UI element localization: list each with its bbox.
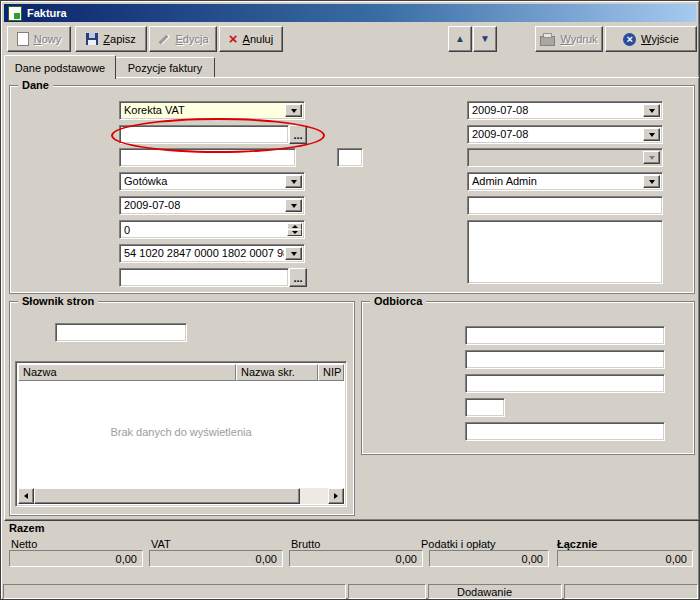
exit-circle-icon: ×: [623, 33, 636, 46]
nr-konta-dropdown-icon[interactable]: [285, 247, 302, 260]
cancel-x-icon: ×: [229, 33, 238, 45]
vat-value: 0,00: [149, 550, 283, 567]
do-faktury-browse-button[interactable]: ...: [289, 125, 307, 144]
tab-dane-podstawowe-label: Dane podstawowe: [15, 62, 106, 74]
lacznie-value: 0,00: [557, 550, 693, 567]
titlebar[interactable]: Faktura: [4, 4, 696, 22]
opis-textarea[interactable]: [467, 220, 663, 284]
data-wystawienia-datepicker[interactable]: 2009-07-08: [467, 101, 663, 120]
wydruk-button[interactable]: Wydruk: [535, 26, 603, 52]
empty-list-message: Brak danych do wyświetlenia: [16, 426, 346, 438]
column-header-nip[interactable]: NIP: [318, 364, 344, 381]
anuluj-button-label: Anuluj: [243, 33, 274, 45]
data-wystawienia-value: 2009-07-08: [472, 104, 642, 117]
horizontal-scrollbar[interactable]: [18, 488, 344, 504]
tab-pozycje-faktury-label: Pozycje faktury: [128, 62, 203, 74]
podatki-value: 0,00: [429, 550, 549, 567]
data-wystawienia-dropdown-icon[interactable]: [643, 104, 660, 117]
wystawil-combobox[interactable]: Admin Admin: [467, 172, 663, 191]
miasto-input[interactable]: [465, 422, 665, 441]
platnik-browse-button[interactable]: ...: [289, 268, 307, 287]
nr-konta-combobox[interactable]: 54 1020 2847 0000 1802 0007 98: [119, 244, 305, 263]
statusbar-mode: Dodawanie: [428, 584, 562, 599]
platnik-input[interactable]: [119, 268, 289, 287]
data-duplikatu-datepicker: [467, 148, 663, 167]
netto-value: 0,00: [9, 550, 143, 567]
nip-input[interactable]: [465, 350, 665, 369]
edycja-button[interactable]: Edycja: [149, 26, 217, 52]
zapisz-button-label: Zapisz: [103, 33, 135, 45]
ilosc-dni-spinner[interactable]: [119, 220, 305, 239]
szukaj-input[interactable]: [55, 323, 187, 342]
arrow-up-icon: ▲: [455, 34, 465, 44]
nowy-button-label: Nowy: [34, 33, 62, 45]
zapisz-button[interactable]: Zapisz: [75, 26, 147, 52]
data-sprzedazy-value: 2009-07-08: [472, 128, 642, 141]
nazwa-firmy-input[interactable]: [465, 326, 665, 345]
odebral-input[interactable]: [467, 196, 663, 215]
numer-input[interactable]: [119, 148, 296, 167]
scroll-left-icon[interactable]: [18, 488, 34, 504]
spin-down-icon[interactable]: [287, 229, 302, 236]
scrollbar-thumb[interactable]: [34, 488, 300, 504]
move-down-button[interactable]: ▼: [473, 26, 497, 52]
forma-platnosci-value: Gotówka: [124, 175, 284, 188]
save-icon: [86, 33, 98, 45]
wystawil-value: Admin Admin: [472, 175, 642, 188]
wystawil-dropdown-icon[interactable]: [643, 175, 660, 188]
termin-platnosci-dropdown-icon[interactable]: [285, 199, 302, 212]
column-header-nazwa-skr[interactable]: Nazwa skr.: [236, 364, 318, 381]
ellipsis-icon: ...: [293, 272, 302, 284]
wydruk-button-label: Wydruk: [560, 33, 597, 45]
parties-list-header: Nazwa Nazwa skr. NIP: [18, 364, 344, 381]
termin-platnosci-value: 2009-07-08: [124, 199, 284, 212]
rodzaj-combobox[interactable]: Korekta VAT: [119, 101, 305, 120]
data-sprzedazy-dropdown-icon[interactable]: [643, 128, 660, 141]
kod-poczt-input[interactable]: [465, 398, 505, 417]
wyjscie-button[interactable]: × Wyjście: [605, 26, 697, 52]
wyjscie-button-label: Wyjście: [641, 33, 679, 45]
column-header-nazwa[interactable]: Nazwa: [18, 364, 236, 381]
data-duplikatu-dropdown-icon: [643, 151, 660, 164]
ulica-input[interactable]: [465, 374, 665, 393]
new-document-icon: [17, 32, 29, 46]
statusbar-panel-2: [348, 584, 426, 599]
statusbar-panel-4: [564, 584, 698, 599]
brutto-value: 0,00: [289, 550, 423, 567]
dane-group-legend: Dane: [18, 79, 53, 92]
printer-icon: [540, 36, 555, 46]
statusbar-panel-1: [3, 584, 346, 599]
faktura-window: Faktura Nowy Zapisz Edycja × Anuluj ▲ ▼ …: [0, 0, 700, 600]
data-sprzedazy-datepicker[interactable]: 2009-07-08: [467, 125, 663, 144]
nr-konta-value: 54 1020 2847 0000 1802 0007 98: [124, 247, 284, 260]
nowy-button[interactable]: Nowy: [7, 26, 71, 52]
move-up-button[interactable]: ▲: [448, 26, 472, 52]
window-title: Faktura: [27, 7, 67, 19]
nr-input[interactable]: [337, 148, 363, 167]
do-faktury-input[interactable]: [119, 125, 289, 144]
edit-pencil-icon: [157, 33, 170, 45]
rodzaj-dropdown-icon[interactable]: [285, 104, 302, 117]
razem-heading: Razem: [9, 522, 44, 535]
app-icon: [8, 6, 22, 21]
ilosc-dni-input[interactable]: [122, 223, 286, 236]
forma-platnosci-dropdown-icon[interactable]: [285, 175, 302, 188]
anuluj-button[interactable]: × Anuluj: [219, 26, 283, 52]
arrow-down-icon: ▼: [480, 34, 490, 44]
odbiorca-legend: Odbiorca: [370, 295, 426, 308]
scroll-right-icon[interactable]: [328, 488, 344, 504]
termin-platnosci-datepicker[interactable]: 2009-07-08: [119, 196, 305, 215]
ellipsis-icon: ...: [293, 129, 302, 141]
edycja-button-label: Edycja: [175, 33, 208, 45]
forma-platnosci-combobox[interactable]: Gotówka: [119, 172, 305, 191]
tab-dane-podstawowe[interactable]: Dane podstawowe: [4, 55, 116, 79]
parties-list[interactable]: Nazwa Nazwa skr. NIP Brak danych do wyśw…: [15, 361, 347, 507]
rodzaj-value: Korekta VAT: [124, 104, 284, 117]
slownik-stron-legend: Słownik stron: [18, 295, 98, 308]
tab-pozycje-faktury[interactable]: Pozycje faktury: [115, 57, 215, 77]
